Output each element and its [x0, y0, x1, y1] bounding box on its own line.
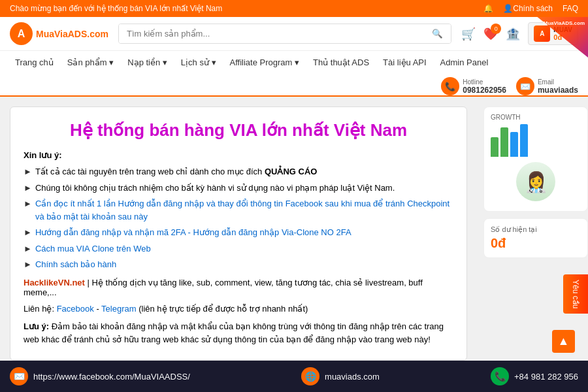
email-label: Email: [538, 78, 578, 86]
policy-link[interactable]: Chính sách: [513, 4, 553, 13]
note-title: Xin lưu ý:: [24, 150, 453, 160]
nav-item-affiliate[interactable]: Affiliate Program ▾: [225, 51, 304, 74]
welcome-text: Chào mừng bạn đến với hệ thống bán VIA l…: [10, 4, 483, 13]
email-value: muaviaads: [538, 86, 578, 95]
link-guide-login[interactable]: Cần đọc ít nhất 1 lần Hướng dẫn đăng nhậ…: [35, 197, 453, 223]
content-box: Hệ thống bán hàng VIA lớn nhất Việt Nam …: [10, 106, 467, 361]
nav-item-tricks[interactable]: Thủ thuật ADS: [308, 51, 374, 74]
nav-item-history[interactable]: Lịch sử ▾: [176, 51, 221, 74]
growth-chart: [491, 124, 581, 157]
note-6: ► Chính sách bảo hành: [24, 258, 453, 271]
search-bar: 🔍: [118, 24, 451, 44]
fb-url: https://www.facebook.com/MuaVIAADSS/: [33, 372, 190, 382]
wishlist-button[interactable]: ❤️ 0: [483, 27, 498, 41]
hotline-number: 0981262956: [463, 86, 506, 95]
user-icon: 👤: [503, 4, 513, 13]
nav-item-products[interactable]: Sản phẩm ▾: [62, 51, 119, 74]
main-content: Hệ thống bán hàng VIA lớn nhất Việt Nam …: [0, 97, 588, 392]
phone-icon: 📞: [441, 77, 459, 95]
note-5: ► Cách mua VIA Clone trên Web: [24, 242, 453, 255]
wishlist-badge: 0: [491, 24, 501, 34]
bottom-fb[interactable]: ✉️ https://www.facebook.com/MuaVIAADSS/: [10, 367, 190, 385]
warning-text: Lưu ý: Đảm bảo tài khoản đăng nhập và mậ…: [24, 320, 453, 348]
website-url: muaviads.com: [325, 372, 380, 382]
note-section: Xin lưu ý: ► Tất cả các tài nguyên trên …: [24, 150, 453, 271]
search-input[interactable]: [119, 24, 424, 43]
hacklike-line: HacklikeVN.net | Hệ thống dịch vụ tăng l…: [24, 278, 453, 297]
contact-fb-link[interactable]: Facebook: [57, 304, 94, 314]
growth-card: GROWTH 👩‍⚕️: [483, 106, 588, 212]
faq-link[interactable]: FAQ: [563, 4, 578, 13]
nav-hotline: 📞 Hotline 0981262956 ✉️ Email muaviaads: [441, 77, 578, 95]
logo-icon: A: [10, 22, 33, 45]
balance-value: 0đ: [491, 236, 581, 251]
link-buy-clone[interactable]: Cách mua VIA Clone trên Web: [35, 242, 151, 255]
balance-label: Số dư hiện tại: [491, 225, 581, 234]
yeu-cau-button[interactable]: Yêu cầu: [563, 274, 588, 314]
balance-card: Số dư hiện tại 0đ: [483, 218, 588, 258]
note-2: ► Chúng tôi không chịu trách nhiệm cho b…: [24, 182, 453, 195]
search-button[interactable]: 🔍: [424, 24, 451, 43]
note-1: ► Tất cả các tài nguyên trên trang web c…: [24, 165, 453, 178]
bank-button[interactable]: 🏦: [506, 27, 520, 41]
hotline-item: 📞 Hotline 0981262956: [441, 77, 506, 95]
cart-button[interactable]: 🛒: [461, 27, 476, 41]
note-4: ► Hướng dẫn đăng nhập và nhận mã 2FA - H…: [24, 226, 453, 239]
corner-decoration: MuaViaADS.com: [523, 17, 588, 66]
growth-label: GROWTH: [491, 114, 581, 121]
bell-icon: 🔔: [483, 4, 493, 13]
mail-icon: ✉️: [10, 367, 28, 385]
link-policy[interactable]: Chính sách bảo hành: [35, 258, 116, 271]
header: A MuaViaADS.com 🔍 🛒 ❤️ 0 🏦 A MUAV 0đ Mua…: [0, 17, 588, 51]
page-title: Hệ thống bán hàng VIA lớn nhất Việt Nam: [24, 120, 453, 140]
nav-item-home[interactable]: Trang chủ: [10, 51, 59, 74]
email-item: ✉️ Email muaviaads: [516, 77, 578, 95]
link-2fa[interactable]: Hướng dẫn đăng nhập và nhận mã 2FA - Hướ…: [35, 226, 351, 239]
hotline-label: Hotline: [463, 78, 506, 86]
contact-telegram-link[interactable]: Telegram: [101, 304, 136, 314]
right-widget: GROWTH 👩‍⚕️ Số dư hiện tại 0đ: [483, 106, 588, 258]
bottom-phone[interactable]: 📞 +84 981 282 956: [491, 367, 578, 385]
email-icon: ✉️: [516, 77, 534, 95]
scroll-up-button[interactable]: ▲: [552, 330, 575, 353]
nav-item-topup[interactable]: Nạp tiền ▾: [122, 51, 172, 74]
nav-item-api[interactable]: Tài liệu API: [378, 51, 432, 74]
top-bar: Chào mừng bạn đến với hệ thống bán VIA l…: [0, 0, 588, 17]
globe-icon: 🌐: [301, 367, 319, 385]
phone-bottom-icon: 📞: [491, 367, 509, 385]
nav: Trang chủ Sản phẩm ▾ Nạp tiền ▾ Lịch sử …: [0, 51, 588, 97]
bottom-website[interactable]: 🌐 muaviads.com: [301, 367, 380, 385]
hacklike-link[interactable]: HacklikeVN.net: [24, 278, 85, 287]
note-3: ► Cần đọc ít nhất 1 lần Hướng dẫn đăng n…: [24, 197, 453, 223]
bottom-bar: ✉️ https://www.facebook.com/MuaVIAADSS/ …: [0, 361, 588, 392]
doctor-placeholder: 👩‍⚕️: [491, 162, 581, 201]
contact-line: Liên hệ: Facebook - Telegram (liên hệ tr…: [24, 304, 453, 314]
logo-area: A MuaViaADS.com: [10, 22, 108, 45]
phone-number: +84 981 282 956: [514, 372, 578, 382]
nav-item-admin[interactable]: Admin Panel: [435, 51, 494, 74]
logo-text: MuaViaADS.com: [36, 29, 108, 39]
